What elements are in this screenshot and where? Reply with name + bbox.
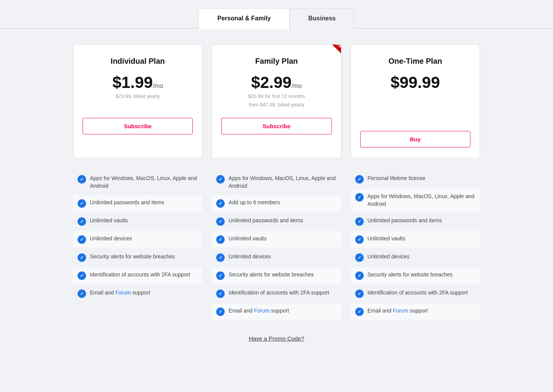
feature-text: Apps for Windows, MacOS, Linux, Apple an… — [368, 193, 475, 208]
feature-item: Security alerts for website breaches — [73, 249, 202, 266]
feature-text: Apps for Windows, MacOS, Linux, Apple an… — [228, 175, 336, 190]
feature-text: Email and Forum support — [368, 307, 428, 315]
feature-item: Security alerts for website breaches — [212, 267, 341, 284]
feature-text: Security alerts for website breaches — [228, 271, 314, 279]
check-icon — [78, 271, 86, 280]
promo-link[interactable]: Have a Promo Code? — [249, 335, 304, 342]
subscribe-button-family[interactable]: Subscribe — [221, 118, 331, 134]
feature-text: Apps for Windows, MacOS, Linux, Apple an… — [90, 175, 198, 190]
feature-item: Identification of accounts with 2FA supp… — [212, 285, 341, 302]
check-icon — [216, 253, 225, 262]
features-col-individual: Apps for Windows, MacOS, Linux, Apple an… — [73, 165, 202, 321]
feature-text: Email and Forum support — [228, 307, 289, 315]
plan-billing1-family: $35.99 for first 12 months — [221, 93, 331, 100]
check-icon — [78, 235, 86, 244]
feature-item: Identification of accounts with 2FA supp… — [73, 267, 202, 284]
check-icon — [78, 199, 86, 208]
plan-billing2-family: then $47.99, billed yearly — [221, 102, 331, 109]
tab-business[interactable]: Business — [290, 8, 354, 29]
feature-item: Apps for Windows, MacOS, Linux, Apple an… — [73, 171, 202, 194]
price-amount-one-time: $99.99 — [391, 73, 440, 91]
check-icon — [216, 308, 225, 316]
subscribe-button-individual[interactable]: Subscribe — [83, 118, 193, 134]
feature-text: Unlimited vaults — [90, 217, 128, 225]
feature-item: Apps for Windows, MacOS, Linux, Apple an… — [212, 171, 341, 194]
feature-item: Unlimited passwords and items — [351, 213, 480, 230]
tab-personal[interactable]: Personal & Family — [199, 8, 290, 29]
feature-text: Security alerts for website breaches — [90, 253, 175, 261]
plan-price-one-time: $99.99 — [360, 73, 470, 92]
feature-item: Unlimited passwords and items — [73, 195, 202, 212]
check-icon — [78, 217, 86, 226]
price-period-family: /mo — [291, 83, 302, 89]
check-icon — [216, 199, 225, 208]
buy-button-one-time[interactable]: Buy — [360, 131, 470, 147]
feature-item: Email and Forum support — [212, 303, 341, 320]
feature-item: Unlimited devices — [351, 249, 480, 266]
tabs-container: Personal & Family Business — [0, 8, 553, 29]
check-icon — [355, 193, 364, 202]
feature-text: Personal lifetime license — [368, 175, 426, 182]
feature-item: Security alerts for website breaches — [351, 267, 480, 284]
features-col-one-time: Personal lifetime license Apps for Windo… — [351, 165, 480, 321]
feature-text: Unlimited passwords and items — [228, 217, 303, 225]
feature-item: Email and Forum support — [73, 285, 202, 302]
feature-text: Add up to 6 members — [228, 199, 280, 207]
plan-billing1-individual: $23.99, billed yearly — [83, 93, 193, 100]
feature-text: Email and Forum support — [90, 289, 150, 297]
plan-title-one-time: One-Time Plan — [360, 57, 470, 66]
feature-item: Unlimited vaults — [73, 213, 202, 230]
feature-text: Unlimited vaults — [228, 235, 267, 243]
price-amount-family: $2.99 — [251, 73, 291, 91]
price-period-individual: /mo — [153, 83, 163, 89]
plan-billing2-individual — [83, 102, 193, 109]
check-icon — [78, 253, 86, 262]
feature-item: Unlimited passwords and items — [212, 213, 341, 230]
feature-item: Unlimited devices — [73, 231, 202, 248]
check-icon — [355, 235, 364, 244]
plans-container: Individual Plan $1.99/mo $23.99, billed … — [65, 44, 488, 159]
badge-label-family: 25% OFF — [319, 45, 341, 56]
price-amount-individual: $1.99 — [113, 73, 153, 91]
feature-text: Unlimited passwords and items — [90, 199, 164, 207]
plan-billing1-one-time — [360, 93, 470, 100]
plan-card-one-time: One-Time Plan $99.99 Buy — [351, 44, 480, 159]
features-col-family: Apps for Windows, MacOS, Linux, Apple an… — [212, 165, 341, 321]
check-icon — [355, 271, 364, 280]
check-icon — [355, 253, 364, 262]
feature-text: Security alerts for website breaches — [368, 271, 453, 279]
feature-item: Personal lifetime license — [351, 171, 480, 187]
plan-price-individual: $1.99/mo — [83, 73, 193, 92]
check-icon — [216, 175, 225, 184]
check-icon — [78, 289, 86, 298]
feature-text: Identification of accounts with 2FA supp… — [90, 271, 190, 279]
feature-text: Identification of accounts with 2FA supp… — [368, 289, 468, 297]
check-icon — [216, 235, 225, 244]
plan-price-family: $2.99/mo — [221, 73, 331, 92]
feature-text: Unlimited devices — [368, 253, 410, 261]
check-icon — [355, 217, 364, 226]
check-icon — [355, 289, 364, 298]
check-icon — [355, 308, 364, 316]
plan-card-family: 25% OFF Family Plan $2.99/mo $35.99 for … — [212, 44, 341, 159]
check-icon — [216, 217, 225, 226]
feature-text: Unlimited devices — [90, 235, 132, 243]
feature-item: Identification of accounts with 2FA supp… — [351, 285, 480, 302]
features-section: Apps for Windows, MacOS, Linux, Apple an… — [65, 165, 488, 321]
feature-text: Unlimited passwords and items — [368, 217, 442, 225]
check-icon — [216, 289, 225, 298]
plan-billing2-one-time — [360, 102, 470, 109]
check-icon — [78, 175, 86, 184]
plan-card-individual: Individual Plan $1.99/mo $23.99, billed … — [73, 44, 202, 159]
check-icon — [216, 271, 225, 280]
feature-item: Unlimited vaults — [212, 231, 341, 248]
feature-item: Unlimited devices — [212, 249, 341, 266]
feature-item: Unlimited vaults — [351, 231, 480, 248]
plan-title-individual: Individual Plan — [83, 57, 193, 66]
feature-text: Unlimited vaults — [368, 235, 406, 243]
feature-item: Email and Forum support — [351, 303, 480, 320]
feature-text: Identification of accounts with 2FA supp… — [228, 289, 329, 297]
badge-family: 25% OFF — [310, 45, 341, 75]
feature-text: Unlimited devices — [228, 253, 271, 261]
feature-item: Apps for Windows, MacOS, Linux, Apple an… — [351, 189, 480, 212]
